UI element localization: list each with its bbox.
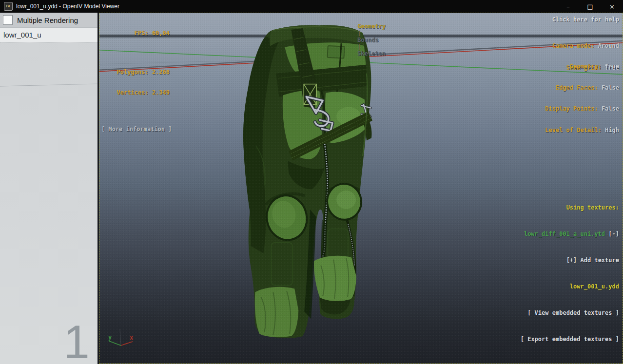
tab-separator: |: [357, 43, 361, 50]
viewport-number-watermark: 1: [63, 322, 90, 362]
pants-model: [243, 25, 372, 338]
tab-separator: |: [357, 30, 361, 37]
sidebar-divider-line: [0, 84, 97, 87]
more-information-button[interactable]: [ More information ]: [101, 126, 170, 133]
tab-geometry[interactable]: Geometry: [357, 23, 386, 30]
add-texture-button[interactable]: [+] Add texture: [521, 256, 619, 265]
axis-y-line: [109, 341, 121, 345]
display-points-toggle-row[interactable]: Display Points: False: [545, 105, 619, 113]
polygons-line: Polygons: 2.268: [101, 69, 170, 76]
texture-file-row: lowr_diff_001_a_uni.ytd [-]: [521, 230, 619, 238]
titlebar: IV lowr_001_u.ydd - OpenIV Model Viewer …: [0, 0, 623, 13]
model-file-name: lowr_001_u.ydd: [521, 282, 619, 291]
axis-x-label: x: [130, 334, 133, 341]
window-controls: – □ ×: [557, 0, 623, 13]
maximize-button[interactable]: □: [579, 0, 601, 13]
axis-y-label: y: [108, 334, 112, 341]
axis-x-line: [121, 342, 133, 345]
using-textures-header: Using textures:: [521, 203, 619, 212]
window-title: lowr_001_u.ydd - OpenIV Model Viewer: [16, 3, 119, 10]
multiple-rendering-checkbox[interactable]: [3, 15, 13, 25]
vertices-line: Vertices: 2.349: [101, 89, 170, 96]
model-list-sidebar: Multiple Rendering lowr_001_u 1: [0, 13, 97, 364]
axis-gizmo: y x: [104, 323, 143, 352]
view-mode-tabs: Geometry | Bounds | Skeleton: [336, 16, 386, 64]
export-embedded-textures-button[interactable]: [ Export embedded textures ]: [521, 335, 619, 344]
model-list-item-label: lowr_001_u: [3, 31, 41, 39]
texture-file-name: lowr_diff_001_a_uni.ytd: [524, 230, 605, 237]
help-link[interactable]: Click here for help: [552, 16, 619, 23]
cuff-left: [255, 287, 298, 337]
geometry-toggle-row[interactable]: Geometry: True: [545, 63, 619, 70]
fps-line: FPS: 60,04: [101, 30, 170, 37]
render-settings: Geometry: True Edged Faces: False Displa…: [545, 49, 619, 148]
edged-faces-toggle-row[interactable]: Edged Faces: False: [545, 84, 619, 92]
view-embedded-textures-button[interactable]: [ View embedded textures ]: [521, 308, 619, 317]
level-of-detail-row[interactable]: Level of Detail: High: [545, 127, 619, 134]
close-button[interactable]: ×: [601, 0, 623, 13]
axis-z-line: [120, 329, 121, 345]
remove-texture-button[interactable]: [-]: [608, 230, 619, 237]
multiple-rendering-row: Multiple Rendering: [0, 13, 97, 28]
render-viewport-1[interactable]: FPS: 60,04 Polygons: 2.268 Vertices: 2.3…: [99, 13, 623, 364]
model-list-item[interactable]: lowr_001_u: [0, 28, 97, 42]
knee-patch-right-highlight: [336, 191, 356, 209]
minimize-button[interactable]: –: [557, 0, 579, 13]
multiple-rendering-label[interactable]: Multiple Rendering: [17, 16, 78, 24]
tab-skeleton[interactable]: Skeleton: [357, 50, 386, 57]
textures-panel: Using textures: lowr_diff_001_a_uni.ytd …: [521, 186, 619, 361]
tab-bounds[interactable]: Bounds: [357, 37, 378, 43]
stats-block: FPS: 60,04 Polygons: 2.268 Vertices: 2.3…: [101, 16, 170, 146]
openiv-app-icon: IV: [4, 2, 13, 11]
openiv-model-viewer-window: IV lowr_001_u.ydd - OpenIV Model Viewer …: [0, 0, 623, 364]
